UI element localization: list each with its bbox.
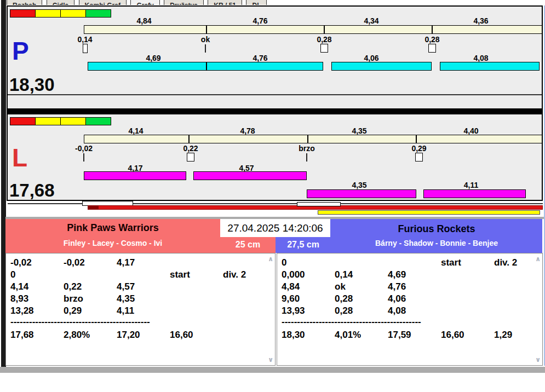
table-row: 4,140,224,57 [10,281,265,293]
scroll-down-icon[interactable]: ∨ [535,356,541,363]
right-results-separator: ----------------------------------------… [282,317,443,327]
team-left-name: Pink Paws Warriors [5,222,220,234]
table-row: 13,930,284,08 [282,305,532,317]
split-tick [206,26,207,33]
scroll-up-icon[interactable]: ∧ [535,256,541,262]
p-change-label-3: 0,28 [317,35,331,44]
table-cell: 0,000 [282,269,335,281]
right-results-totals: 18,304,01%17,5916,601,29 [282,327,532,341]
right-results-rows: 0startdiv. 20,0000,144,694,84ok4,769,600… [282,257,532,317]
table-cell: 0,28 [335,305,388,317]
table-row: 8,93brzo4,35 [10,293,265,305]
scroll-up-icon[interactable]: ∧ [268,256,273,262]
lane-l-light-legend [10,117,111,125]
split-tick [188,135,190,143]
yellow-light-icon [35,117,61,125]
lane-p-total-time: 18,30 [9,76,55,94]
red-light-icon [10,117,36,125]
split-tick [416,135,417,143]
l-run-bar-2 [193,171,307,180]
table-row: -0,02-0,024,17 [10,257,265,269]
table-cell: brzo [64,293,117,305]
l-split-label-1: 4,14 [128,126,143,135]
table-cell: 0 [10,269,64,281]
split-tick [324,26,325,33]
p-run-label-3: 4,06 [364,54,378,62]
red-light-icon [10,9,36,18]
table-cell: 16,60 [170,327,223,343]
l-split-label-3: 4,35 [352,126,366,135]
l-run-bar-3 [307,189,416,198]
table-cell: div. 2 [494,257,532,269]
green-light-icon [85,9,111,18]
l-change-label-2: 0,22 [183,144,198,153]
table-cell: 9,60 [282,293,335,305]
p-run-label-2: 4,76 [253,54,267,62]
l-run-label-3: 4,35 [352,181,366,189]
team-right-results-content: 0startdiv. 20,0000,144,694,84ok4,769,600… [282,257,532,364]
p-panel-divider-line [8,94,542,95]
table-cell: 17,59 [388,327,441,343]
table-cell: start [441,257,494,269]
p-run-bar-1-2 [88,62,323,71]
tab-kr-51[interactable]: KR / 51 [208,0,242,5]
l-run-label-4: 4,11 [464,181,478,189]
tab-dl[interactable]: DL [246,0,267,5]
lane-l-panel: 4,14 4,78 4,35 4,40 -0,02 0,22 brzo 0,29… [7,113,543,201]
l-run-bar-1 [84,171,186,180]
l-change-marker-3 [306,153,307,162]
tab-rozbeh[interactable]: Rozbeh [7,0,42,5]
table-cell: 16,60 [441,327,494,343]
team-right-name: Furious Rockets [331,223,542,235]
p-change-label-2: ok [201,35,210,44]
p-change-marker-1 [83,44,88,53]
lane-p-panel: 4,84 4,76 4,34 4,36 0,14 ok 0,28 0,28 4,… [7,5,543,109]
overview-yellow-bar [318,210,540,215]
left-results-totals: 17,682,80%17,2016,60 [10,327,265,341]
table-cell: start [170,269,223,281]
table-cell: 8,93 [10,293,64,305]
p-run-bar-4 [440,62,540,71]
table-row: 9,600,284,06 [282,293,532,305]
table-row: 0startdiv. 2 [10,269,265,281]
table-cell: 0,29 [64,305,117,317]
left-results-rows: -0,02-0,024,170startdiv. 24,140,224,578,… [10,257,265,317]
table-row: 0,0000,144,69 [282,269,532,281]
l-split-label-2: 4,78 [240,126,255,135]
lane-divider [7,109,543,113]
tab-kombi-graf[interactable]: Kombi Graf [79,0,127,5]
p-change-marker-2 [205,44,206,53]
table-cell: -0,02 [64,257,117,269]
table-cell: 4,69 [388,269,441,281]
overview-white-bar-2 [297,202,341,206]
tab-grafy[interactable]: Grafy [130,0,159,5]
table-cell: 4,84 [282,281,335,293]
window-bottom-bar [0,367,545,373]
table-cell: 4,11 [117,305,170,317]
tab-cidla[interactable]: Cidla [47,0,74,5]
l-change-label-3: brzo [299,144,315,153]
p-run-label-4: 4,08 [473,54,488,62]
split-tick [432,26,433,33]
table-cell: 2,80% [64,327,117,343]
scroll-down-icon[interactable]: ∨ [268,356,273,363]
l-run-bar-4 [423,189,526,198]
table-cell: ok [335,281,388,293]
table-cell: div. 2 [223,269,265,281]
p-run-bar-3 [331,62,432,71]
l-change-marker-4 [415,153,423,162]
yellow-light-icon [35,9,61,18]
table-cell: 4,06 [388,293,441,305]
green-light-icon [85,117,111,125]
team-left-results-list[interactable]: -0,02-0,024,170startdiv. 24,140,224,578,… [5,253,276,366]
l-change-label-1: -0,02 [75,144,93,153]
p-run-label-1: 4,69 [146,54,160,62]
l-split-bar [84,135,542,143]
table-row: 17,682,80%17,2016,60 [10,327,265,341]
tab-druzstva[interactable]: Družstva [164,0,204,5]
yellow-light-icon [60,117,86,125]
p-split-label-3: 4,34 [364,16,378,25]
team-right-results-list[interactable]: 0startdiv. 20,0000,144,694,84ok4,769,600… [277,253,543,366]
tab-bar: Rozbeh Cidla Kombi Graf Grafy Družstva K… [7,0,545,5]
team-right-jump-height: 27,5 cm [276,238,331,251]
